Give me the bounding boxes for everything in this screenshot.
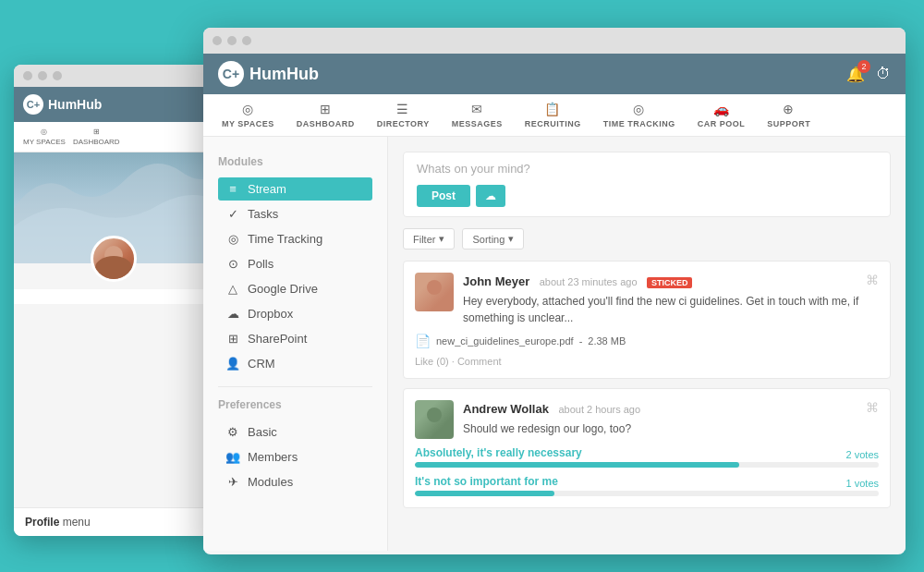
sidebar-item-basic[interactable]: ⚙ Basic <box>218 420 372 444</box>
messages-nav-icon: ✉ <box>471 102 483 116</box>
dashboard-nav-label: DASHBOARD <box>297 119 355 128</box>
sidebar-item-dropbox[interactable]: ☁ Dropbox <box>218 302 372 325</box>
app-header: C+ HumHub 🔔 2 ⏱ <box>203 54 906 94</box>
car-pool-nav-label: CAR POOL <box>698 119 746 128</box>
my-spaces-label: MY SPACES <box>23 138 66 146</box>
sidebar-item-sharepoint[interactable]: ⊞ SharePoint <box>218 327 372 350</box>
poll-votes-2: 1 votes <box>846 478 879 489</box>
post-meta-andrew: Andrew Wollak about 2 hours ago Should w… <box>463 400 866 437</box>
support-nav-icon: ⊕ <box>783 102 795 116</box>
header-icons: 🔔 2 ⏱ <box>846 66 891 83</box>
small-nav-my-spaces[interactable]: ◎ MY SPACES <box>23 128 66 146</box>
nav-recruiting[interactable]: 📋 RECRUITING <box>516 94 590 136</box>
clock-icon[interactable]: ⏱ <box>876 66 891 82</box>
small-profile-area <box>14 289 213 304</box>
attachment-name[interactable]: new_ci_guidelines_europe.pdf <box>436 335 574 347</box>
messages-nav-label: MESSAGES <box>452 119 503 128</box>
nav-support[interactable]: ⊕ SUPPORT <box>758 94 820 136</box>
nav-dashboard[interactable]: ⊞ DASHBOARD <box>287 94 364 136</box>
browser-dot-1 <box>23 71 32 80</box>
polls-icon: ⊙ <box>225 257 240 271</box>
nav-my-spaces[interactable]: ◎ MY SPACES <box>213 94 284 136</box>
polls-label: Polls <box>248 257 274 271</box>
app-content: Modules ≡ Stream ✓ Tasks ◎ Time Tracking… <box>203 137 906 551</box>
sorting-chevron-icon: ▾ <box>508 233 514 245</box>
sidebar-item-time-tracking[interactable]: ◎ Time Tracking <box>218 227 372 250</box>
poll-bar-bg-2 <box>415 491 879 496</box>
poll-label-2: It's not so important for me <box>415 475 558 488</box>
post-meta-john: John Meyer about 23 minutes ago STICKED … <box>463 273 866 326</box>
filter-button[interactable]: Filter ▾ <box>403 228 455 249</box>
profile-menu-text: menu <box>63 516 91 529</box>
basic-icon: ⚙ <box>225 425 240 439</box>
upload-button[interactable]: ☁ <box>476 185 505 207</box>
small-browser-window: C+ HumHub ◎ MY SPACES ⊞ DASHBOARD Profil… <box>14 65 213 536</box>
like-button[interactable]: Like (0) <box>415 356 449 367</box>
tasks-icon: ✓ <box>225 207 240 221</box>
feed: Whats on your mind? Post ☁ Filter ▾ Sort… <box>388 137 906 551</box>
directory-nav-icon: ☰ <box>396 102 409 116</box>
post-share-button[interactable]: ⌘ <box>866 273 879 287</box>
browser-dot-red <box>213 36 222 45</box>
google-drive-label: Google Drive <box>248 282 318 296</box>
sidebar-item-stream[interactable]: ≡ Stream <box>218 177 372 201</box>
time-tracking-icon: ◎ <box>225 232 240 246</box>
sorting-label: Sorting <box>472 234 505 245</box>
logo-text: HumHub <box>249 65 319 84</box>
nav-messages[interactable]: ✉ MESSAGES <box>443 94 512 136</box>
sharepoint-label: SharePoint <box>248 332 307 346</box>
modules-pref-icon: ✈ <box>225 475 240 489</box>
post-share-button-2[interactable]: ⌘ <box>866 400 879 415</box>
filter-bar: Filter ▾ Sorting ▾ <box>403 228 891 249</box>
google-drive-icon: △ <box>225 282 240 296</box>
filter-chevron-icon: ▾ <box>439 233 444 245</box>
poll-bar-fill-1 <box>415 462 739 468</box>
directory-nav-label: DIRECTORY <box>377 119 430 128</box>
compose-placeholder[interactable]: Whats on your mind? <box>417 162 877 176</box>
time-tracking-nav-label: TIME TRACKING <box>603 119 675 128</box>
modules-pref-label: Modules <box>248 475 293 489</box>
app-nav: ◎ MY SPACES ⊞ DASHBOARD ☰ DIRECTORY ✉ ME… <box>203 94 906 137</box>
preferences-title: Preferences <box>218 398 372 411</box>
sidebar-item-modules-pref[interactable]: ✈ Modules <box>218 470 372 493</box>
small-app-header: C+ HumHub <box>14 87 213 122</box>
small-nav-dashboard[interactable]: ⊞ DASHBOARD <box>73 128 120 146</box>
main-browser-titlebar <box>203 28 906 54</box>
post-button[interactable]: Post <box>417 185 470 207</box>
nav-car-pool[interactable]: 🚗 CAR POOL <box>688 94 755 136</box>
notification-bell[interactable]: 🔔 2 <box>846 66 865 83</box>
sidebar-item-polls[interactable]: ⊙ Polls <box>218 252 372 275</box>
nav-time-tracking[interactable]: ◎ TIME TRACKING <box>594 94 685 136</box>
my-spaces-nav-label: MY SPACES <box>222 119 274 128</box>
dashboard-nav-icon: ⊞ <box>320 102 332 116</box>
sharepoint-icon: ⊞ <box>225 332 240 346</box>
browser-dot-yellow <box>227 36 237 45</box>
browser-dot-green <box>242 36 251 45</box>
post-time-john: about 23 minutes ago <box>540 276 638 287</box>
small-nav: ◎ MY SPACES ⊞ DASHBOARD <box>14 122 213 152</box>
notification-badge: 2 <box>857 60 870 73</box>
post-card-john: ⌘ John Meyer about 23 minutes ago STICKE… <box>403 261 891 379</box>
avatar-andrew <box>415 400 454 439</box>
sidebar-item-google-drive[interactable]: △ Google Drive <box>218 277 372 300</box>
stream-label: Stream <box>248 182 286 196</box>
small-logo: C+ HumHub <box>23 94 102 115</box>
nav-directory[interactable]: ☰ DIRECTORY <box>368 94 439 136</box>
sidebar-item-crm[interactable]: 👤 CRM <box>218 352 372 375</box>
poll-option-1[interactable]: Absolutely, it's really necessary 2 vote… <box>415 446 879 468</box>
car-pool-nav-icon: 🚗 <box>713 102 730 116</box>
sidebar-item-tasks[interactable]: ✓ Tasks <box>218 202 372 225</box>
support-nav-label: SUPPORT <box>767 119 810 128</box>
comment-button[interactable]: Comment <box>457 356 502 367</box>
post-text-andrew: Should we redesign our logo, too? <box>463 420 866 437</box>
poll-votes-1: 2 votes <box>846 449 879 460</box>
poll-option-2[interactable]: It's not so important for me 1 votes <box>415 475 879 496</box>
profile-label: Profile <box>25 516 59 529</box>
attachment-size-value: 2.38 MB <box>588 335 626 347</box>
app-logo: C+ HumHub <box>218 61 319 87</box>
crm-icon: 👤 <box>225 357 240 371</box>
logo-icon: C+ <box>218 61 244 87</box>
sidebar-item-members[interactable]: 👥 Members <box>218 445 372 469</box>
sorting-button[interactable]: Sorting ▾ <box>462 228 524 249</box>
profile-menu-bar: Profile menu <box>14 507 213 536</box>
